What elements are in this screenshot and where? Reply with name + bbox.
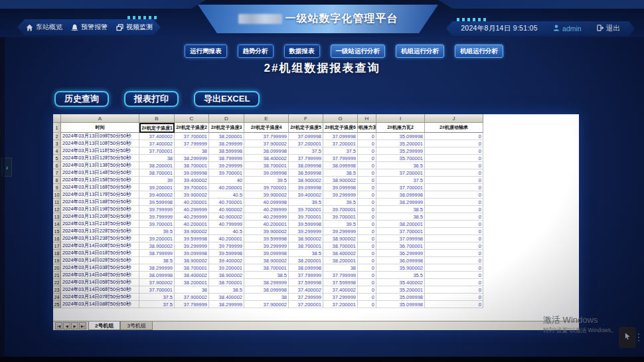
value-cell[interactable]: 39.099998 — [175, 250, 209, 257]
value-cell[interactable]: 38.299999 — [244, 279, 289, 286]
sheet-tab-scroll-button[interactable]: ◀ — [63, 322, 70, 329]
value-cell[interactable]: 38.700001 — [175, 162, 209, 169]
value-cell[interactable]: 0 — [358, 294, 376, 301]
value-cell[interactable]: 38.5 — [139, 257, 175, 264]
value-cell[interactable]: 37.400002 — [139, 140, 175, 147]
value-cell[interactable]: 38.099998 — [139, 272, 175, 279]
value-cell[interactable]: 37.900002 — [244, 301, 289, 308]
value-cell[interactable]: 37.400002 — [323, 286, 358, 294]
row-number[interactable]: 5 — [53, 155, 61, 162]
logout-button[interactable]: 退出 — [596, 24, 620, 33]
value-cell[interactable]: 40.700001 — [209, 199, 244, 206]
value-cell[interactable]: 37.099998 — [323, 133, 358, 140]
sheet-tab-scroll-button[interactable]: |◀ — [55, 322, 62, 329]
value-cell[interactable]: 37.700001 — [175, 133, 209, 140]
nav-item-alarm[interactable]: 预警报警 — [70, 23, 108, 32]
column-letter-H[interactable]: H — [358, 114, 376, 123]
value-cell[interactable]: 38.900002 — [289, 235, 323, 242]
value-cell[interactable]: 0 — [425, 221, 483, 228]
value-cell[interactable]: 35.200001 — [376, 286, 425, 294]
row-number[interactable]: 11 — [53, 199, 61, 206]
value-cell[interactable]: 0 — [425, 301, 483, 308]
value-cell[interactable]: 40.299999 — [175, 206, 209, 213]
value-cell[interactable]: 38.900002 — [139, 242, 175, 250]
value-cell[interactable]: 0 — [358, 162, 376, 169]
value-cell[interactable]: 38 — [139, 155, 175, 162]
overlay-more-menu[interactable] — [638, 333, 639, 341]
value-cell[interactable]: 37.799999 — [289, 272, 323, 279]
value-cell[interactable]: 40.200001 — [175, 199, 209, 206]
value-cell[interactable]: 37.700001 — [139, 286, 175, 294]
value-cell[interactable]: 0 — [358, 184, 376, 191]
value-cell[interactable]: 39.099998 — [175, 169, 209, 177]
value-cell[interactable]: 38.900002 — [289, 177, 323, 184]
value-cell[interactable]: 37.200001 — [289, 301, 323, 308]
value-cell[interactable]: 0 — [425, 169, 483, 177]
value-cell[interactable]: 38.200001 — [209, 133, 244, 140]
row-number[interactable]: 4 — [53, 147, 61, 155]
value-cell[interactable]: 38.400002 — [175, 272, 209, 279]
value-cell[interactable]: 0 — [358, 250, 376, 257]
value-cell[interactable]: 35.200001 — [376, 140, 425, 147]
value-cell[interactable]: 0 — [358, 155, 376, 162]
value-cell[interactable]: 37.799999 — [289, 155, 323, 162]
row-number[interactable]: 7 — [53, 169, 61, 177]
value-cell[interactable]: 40.200001 — [209, 184, 244, 191]
row-number[interactable]: 22 — [53, 279, 61, 286]
value-cell[interactable]: 0 — [425, 272, 483, 279]
value-cell[interactable]: 0 — [358, 140, 376, 147]
value-cell[interactable]: 38.400002 — [209, 294, 244, 301]
value-cell[interactable]: 38.099998 — [244, 147, 289, 155]
value-cell[interactable]: 0 — [358, 221, 376, 228]
sheet-tab-scroll-button[interactable]: ▶ — [71, 322, 78, 329]
row-number[interactable]: 12 — [53, 206, 61, 213]
value-cell[interactable]: 38.099998 — [289, 264, 323, 272]
value-cell[interactable]: 38.700001 — [244, 162, 289, 169]
value-cell[interactable]: 40.299999 — [244, 206, 289, 213]
value-cell[interactable]: 38.700001 — [289, 242, 323, 250]
value-cell[interactable]: 36.299999 — [376, 250, 425, 257]
value-cell[interactable]: 0 — [358, 235, 376, 242]
value-cell[interactable]: 38 — [175, 286, 209, 294]
value-cell[interactable]: 0 — [358, 206, 376, 213]
value-cell[interactable]: 0 — [425, 250, 483, 257]
value-cell[interactable]: 38.200001 — [289, 257, 323, 264]
value-cell[interactable]: 37.5 — [139, 294, 175, 301]
value-cell[interactable]: 40.5 — [209, 191, 244, 199]
table-header-cell[interactable]: 2#机定子温度2 — [175, 123, 209, 133]
value-cell[interactable]: 38.5 — [323, 169, 358, 177]
time-cell[interactable]: 2024年03月13日15时50分50秒 — [61, 177, 139, 184]
row-number[interactable]: 16 — [53, 235, 61, 242]
value-cell[interactable]: 38.5 — [376, 213, 425, 221]
value-cell[interactable]: 37.200001 — [323, 140, 358, 147]
value-cell[interactable]: 0 — [425, 279, 483, 286]
table-header-cell[interactable]: 时间 — [61, 123, 139, 133]
column-letter-D[interactable]: D — [209, 114, 244, 123]
value-cell[interactable]: 38.299999 — [376, 199, 425, 206]
value-cell[interactable]: 39.599998 — [209, 250, 244, 257]
value-cell[interactable]: 39.599998 — [139, 199, 175, 206]
value-cell[interactable]: 0 — [358, 191, 376, 199]
value-cell[interactable]: 0 — [358, 264, 376, 272]
value-cell[interactable]: 38.5 — [289, 250, 323, 257]
value-cell[interactable]: 39.299999 — [175, 242, 209, 250]
value-cell[interactable]: 0 — [425, 155, 483, 162]
time-cell[interactable]: 2024年03月13日13时50分50秒 — [61, 162, 139, 169]
time-cell[interactable]: 2024年03月14日05时50分50秒 — [61, 279, 139, 286]
sheet-tab-3号机组[interactable]: 3号机组 — [120, 321, 152, 330]
value-cell[interactable]: 37.200001 — [323, 301, 358, 308]
value-cell[interactable]: 37.299999 — [289, 294, 323, 301]
row-number[interactable]: 14 — [53, 221, 61, 228]
row-number[interactable]: 3 — [53, 140, 61, 147]
value-cell[interactable]: 40.299999 — [175, 213, 209, 221]
value-cell[interactable]: 39.200001 — [139, 184, 175, 191]
row-number[interactable]: 18 — [53, 250, 61, 257]
user-menu[interactable]: admin — [552, 24, 582, 33]
sheet-corner-cell[interactable] — [53, 114, 61, 123]
table-header-cell[interactable]: 2#机定子温度6 — [323, 123, 358, 133]
time-cell[interactable]: 2024年03月13日09时50分50秒 — [61, 133, 139, 140]
value-cell[interactable]: 40.200001 — [175, 221, 209, 228]
value-cell[interactable]: 35.099998 — [376, 294, 425, 301]
toolbar-button-4[interactable]: 一级站运行分析 — [331, 45, 386, 58]
value-cell[interactable]: 40.200001 — [244, 221, 289, 228]
